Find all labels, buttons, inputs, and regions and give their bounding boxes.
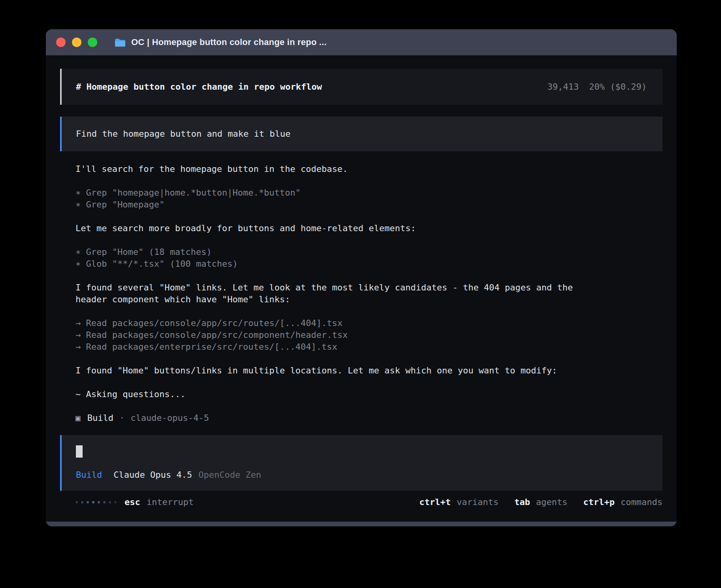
prompt-mode: Build [76,469,102,481]
terminal-pane: # Homepage button color change in repo w… [46,55,677,522]
app-window: OC | Homepage button color change in rep… [46,29,677,526]
prompt-input[interactable]: Build Claude Opus 4.5 OpenCode Zen [60,435,662,491]
traffic-lights [56,38,97,47]
agent-name: Build [87,412,113,424]
session-header: # Homepage button color change in repo w… [60,69,662,105]
user-message-text: Find the homepage button and make it blu… [76,128,291,140]
tool-call-lines: ∗ Grep "Home" (18 matches)∗ Glob "**/*.t… [75,246,662,270]
prompt-meta: Build Claude Opus 4.5 OpenCode Zen [76,469,647,481]
user-message: Find the homepage button and make it blu… [60,117,662,151]
shortcut-hint: ctrl+tvariants [419,496,498,508]
context-usage: 20% ($0.29) [589,81,647,93]
zoom-button[interactable] [88,38,97,47]
window-title: OC | Homepage button color change in rep… [131,37,327,47]
conversation: I'll search for the homepage button in t… [60,151,662,412]
assistant-text: I found "Home" buttons/links in multiple… [75,365,662,377]
assistant-text: I'll search for the homepage button in t… [75,163,662,175]
assistant-text: ~ Asking questions... [75,388,662,400]
assistant-text: I found several "Home" links. Let me loo… [75,282,662,305]
statusbar-shortcuts: ctrl+tvariantstabagentsctrl+pcommands [419,496,662,508]
agent-separator: · [119,412,125,424]
esc-key: esc [125,496,140,508]
minimize-button[interactable] [72,38,81,47]
tool-call-lines: ∗ Grep "homepage|home.*button|Home.*butt… [75,187,662,211]
spinner [75,501,117,503]
agent-model: claude-opus-4-5 [130,412,209,424]
text-cursor [76,445,83,458]
shortcut-hint: tabagents [514,496,567,508]
agent-build-icon: ▣ [75,412,81,424]
assistant-text: Let me search more broadly for buttons a… [75,222,662,234]
prompt-model: Claude Opus 4.5 [113,469,192,481]
token-count: 39,413 [547,81,579,93]
titlebar[interactable]: OC | Homepage button color change in rep… [46,29,677,55]
prompt-provider: OpenCode Zen [198,469,261,481]
close-button[interactable] [56,38,66,47]
folder-icon [115,38,126,47]
agent-status: ▣ Build · claude-opus-4-5 [60,412,662,424]
session-title: # Homepage button color change in repo w… [76,81,322,93]
interrupt-label: interrupt [147,496,194,508]
status-left: esc interrupt [75,496,194,508]
session-stats: 39,413 20% ($0.29) [547,81,647,93]
status-bar: esc interrupt ctrl+tvariantstabagentsctr… [60,496,662,508]
tool-call-lines: → Read packages/console/app/src/routes/[… [75,317,662,353]
shortcut-hint: ctrl+pcommands [583,496,662,508]
window-title-group: OC | Homepage button color change in rep… [115,37,327,47]
window-footer [46,522,677,526]
